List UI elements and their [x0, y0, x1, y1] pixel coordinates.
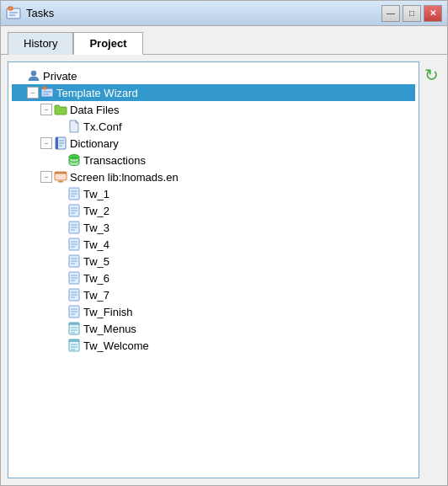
- node-icon-tw-welcome: [67, 339, 81, 352]
- window-title: Tasks: [26, 7, 54, 19]
- tree-node-tw-welcome[interactable]: Tw_Welcome: [12, 337, 415, 354]
- tree-node-tw3[interactable]: Tw_3: [12, 219, 415, 236]
- tree-panel[interactable]: Private−Template Wizard−Data FilesTx.Con…: [8, 61, 419, 478]
- node-label-dictionary: Dictionary: [70, 137, 119, 150]
- node-icon-tw1: [67, 187, 81, 200]
- svg-rect-53: [69, 323, 79, 325]
- expand-btn[interactable]: −: [40, 104, 52, 115]
- node-label-tw2: Tw_2: [83, 205, 109, 217]
- expand-btn[interactable]: −: [27, 87, 39, 99]
- node-icon-tw-finish: [67, 305, 81, 318]
- node-icon-tw7: [67, 288, 81, 302]
- tree-node-dictionary[interactable]: −Dictionary: [12, 135, 415, 152]
- tree-node-template-wizard[interactable]: −Template Wizard: [12, 84, 415, 101]
- node-label-tx-conf: Tx.Conf: [83, 120, 122, 133]
- tree-node-tw1[interactable]: Tw_1: [12, 185, 415, 202]
- node-label-template-wizard: Template Wizard: [56, 87, 138, 99]
- content-area: Private−Template Wizard−Data FilesTx.Con…: [1, 55, 447, 485]
- svg-rect-6: [43, 87, 46, 89]
- titlebar-left: Tasks: [6, 6, 54, 21]
- app-icon: [6, 6, 21, 21]
- expand-btn[interactable]: −: [40, 171, 52, 183]
- tabs-bar: History Project: [1, 26, 447, 55]
- svg-rect-18: [58, 181, 63, 183]
- tree-node-tw-menus[interactable]: Tw_Menus: [12, 320, 415, 337]
- tree-node-screen-lib[interactable]: −Screen lib:lnomads.en: [12, 168, 415, 185]
- tree-node-transactions[interactable]: Transactions: [12, 152, 415, 168]
- svg-rect-58: [69, 339, 79, 342]
- node-icon-transactions: [67, 153, 81, 167]
- node-icon-tw-menus: [67, 322, 81, 335]
- expand-btn[interactable]: −: [40, 137, 52, 149]
- tree-node-tw6[interactable]: Tw_6: [12, 270, 415, 286]
- tree-node-tw4[interactable]: Tw_4: [12, 236, 415, 253]
- refresh-button[interactable]: ↻: [424, 65, 439, 85]
- node-label-tw4: Tw_4: [83, 238, 109, 251]
- node-icon-data-files: [54, 103, 67, 116]
- node-icon-tx-conf: [67, 120, 81, 133]
- node-label-tw3: Tw_3: [83, 222, 109, 234]
- maximize-button[interactable]: □: [403, 5, 421, 22]
- svg-rect-17: [55, 172, 67, 174]
- node-label-tw-menus: Tw_Menus: [83, 323, 136, 335]
- node-label-tw5: Tw_5: [83, 255, 109, 268]
- svg-point-4: [31, 71, 36, 76]
- node-label-transactions: Transactions: [83, 154, 146, 167]
- node-icon-dictionary: [54, 136, 67, 150]
- node-icon-private: [27, 69, 40, 83]
- node-label-tw-welcome: Tw_Welcome: [83, 339, 149, 352]
- tree-node-tw7[interactable]: Tw_7: [12, 286, 415, 303]
- node-label-data-files: Data Files: [70, 104, 120, 116]
- node-icon-tw2: [67, 204, 81, 217]
- svg-rect-10: [56, 137, 58, 149]
- node-label-tw7: Tw_7: [83, 289, 109, 302]
- sidebar-actions: ↻: [423, 61, 440, 478]
- tree-node-tw2[interactable]: Tw_2: [12, 202, 415, 219]
- node-icon-tw6: [67, 271, 81, 285]
- tree-node-data-files[interactable]: −Data Files: [12, 101, 415, 118]
- svg-rect-5: [41, 88, 53, 97]
- tab-project[interactable]: Project: [73, 32, 142, 55]
- tree-node-tw-finish[interactable]: Tw_Finish: [12, 303, 415, 320]
- node-icon-tw3: [67, 221, 81, 234]
- node-label-tw6: Tw_6: [83, 272, 109, 285]
- tree-node-tx-conf[interactable]: Tx.Conf: [12, 118, 415, 135]
- node-label-screen-lib: Screen lib:lnomads.en: [70, 171, 179, 184]
- tree-node-private[interactable]: Private: [12, 67, 415, 84]
- main-window: Tasks — □ ✕ History Project Private−Temp…: [0, 0, 448, 486]
- node-label-tw1: Tw_1: [83, 188, 109, 200]
- window-controls: — □ ✕: [381, 5, 442, 22]
- node-icon-tw5: [67, 254, 81, 268]
- close-button[interactable]: ✕: [424, 5, 442, 22]
- node-icon-template-wizard: [40, 86, 54, 99]
- svg-rect-1: [8, 7, 13, 10]
- tree-node-tw5[interactable]: Tw_5: [12, 253, 415, 270]
- node-icon-screen-lib: [54, 170, 67, 184]
- titlebar: Tasks — □ ✕: [1, 1, 447, 26]
- node-icon-tw4: [67, 238, 81, 251]
- minimize-button[interactable]: —: [381, 5, 400, 22]
- node-label-tw-finish: Tw_Finish: [83, 306, 133, 318]
- tab-history[interactable]: History: [8, 32, 73, 55]
- node-label-private: Private: [43, 70, 77, 83]
